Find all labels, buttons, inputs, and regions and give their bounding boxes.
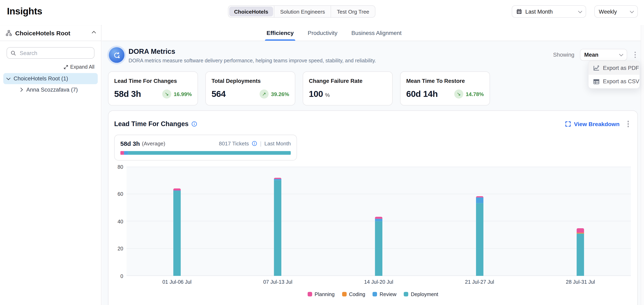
legend-label: Deployment bbox=[411, 291, 438, 297]
tree-item-label: Anna Scozzafava (7) bbox=[26, 87, 78, 93]
trend-percentage: 14.78% bbox=[466, 91, 484, 97]
trend-badge-down: ↘14.78% bbox=[454, 89, 484, 98]
org-tree-icon bbox=[6, 30, 12, 36]
tree-item-anna-scozzafava-7[interactable]: Anna Scozzafava (7) bbox=[0, 84, 101, 95]
chevron-right-icon[interactable] bbox=[19, 88, 23, 92]
x-tick-label: 01 Jul-06 Jul bbox=[126, 279, 228, 285]
legend-label: Planning bbox=[315, 291, 334, 297]
metric-title: Lead Time For Changes bbox=[114, 78, 192, 84]
y-axis: 020406080 bbox=[114, 167, 126, 276]
sidebar: ChoiceHotels Root Expand All ChoiceHotel… bbox=[0, 25, 101, 305]
trend-percentage: 16.99% bbox=[174, 91, 192, 97]
tree-item-choicehotels-root-1[interactable]: ChoiceHotels Root (1) bbox=[3, 73, 98, 84]
aggregation-select[interactable]: Mean bbox=[580, 49, 627, 61]
date-range-value: Last Month bbox=[525, 8, 553, 14]
x-tick-label: 07 Jul-13 Jul bbox=[227, 279, 328, 285]
org-tree: ChoiceHotels Root (1)Anna Scozzafava (7) bbox=[0, 73, 101, 95]
org-tab-test-org-tree[interactable]: Test Org Tree bbox=[332, 6, 374, 16]
legend-label: Coding bbox=[349, 291, 365, 297]
tab-efficiency[interactable]: Efficiency bbox=[264, 25, 296, 41]
granularity-select[interactable]: Weekly bbox=[594, 5, 638, 18]
view-breakdown-link[interactable]: View Breakdown bbox=[566, 121, 620, 127]
legend-swatch-deployment bbox=[404, 292, 408, 296]
expand-all-link[interactable]: Expand All bbox=[64, 64, 94, 70]
progress-segment-deployment bbox=[128, 151, 291, 155]
org-tab-solution-engineers[interactable]: Solution Engineers bbox=[275, 6, 330, 16]
legend-label: Review bbox=[380, 291, 396, 297]
x-tick-label: 21 Jul-27 Jul bbox=[429, 279, 530, 285]
metric-value: 100 bbox=[309, 89, 323, 99]
divider: | bbox=[260, 140, 262, 146]
app-window: Insights ChoiceHotelsSolution EngineersT… bbox=[0, 0, 644, 305]
x-axis-labels: 01 Jul-06 Jul07 Jul-13 Jul14 Jul-20 Jul2… bbox=[126, 279, 631, 285]
stacked-bar bbox=[577, 228, 584, 276]
metric-card-total-deployments: Total Deployments564↗39.26% bbox=[206, 71, 296, 106]
org-tab-choicehotels[interactable]: ChoiceHotels bbox=[229, 6, 273, 16]
sidebar-header[interactable]: ChoiceHotels Root bbox=[0, 25, 101, 41]
bar-group-1 bbox=[126, 167, 228, 276]
trend-arrow-up-icon: ↗ bbox=[260, 89, 268, 98]
calendar-icon bbox=[516, 8, 522, 14]
bar-segment-deployment bbox=[375, 221, 382, 276]
bar-segment-planning bbox=[173, 189, 180, 191]
expand-corners-icon bbox=[566, 121, 571, 127]
legend-item-planning[interactable]: Planning bbox=[308, 291, 334, 297]
chart-kebab-menu-button[interactable] bbox=[625, 119, 631, 129]
chevron-down-icon bbox=[619, 52, 623, 56]
dora-header: DORA Metrics DORA metrics measure softwa… bbox=[109, 46, 638, 63]
y-tick-label: 40 bbox=[118, 219, 123, 224]
lead-time-card: Lead Time For Changes View Breakdown bbox=[108, 110, 638, 305]
dora-subtitle: DORA metrics measure software delivery p… bbox=[128, 58, 376, 63]
legend-item-review[interactable]: Review bbox=[372, 291, 396, 297]
tab-business-alignment[interactable]: Business Alignment bbox=[349, 25, 404, 41]
info-icon[interactable] bbox=[252, 141, 257, 146]
metric-card-change-failure-rate: Change Failure Rate100% bbox=[303, 71, 393, 106]
bar-segment-deployment bbox=[173, 191, 180, 276]
progress-segment-review bbox=[124, 151, 128, 155]
table-icon bbox=[593, 78, 600, 85]
menu-item-export-as-pdf[interactable]: Export as PDF bbox=[588, 61, 640, 75]
menu-item-export-as-csv[interactable]: Export as CSV bbox=[588, 75, 640, 88]
lead-time-chart: 020406080 bbox=[114, 167, 631, 276]
legend-item-deployment[interactable]: Deployment bbox=[404, 291, 438, 297]
y-tick-label: 60 bbox=[118, 191, 123, 197]
bars-layer bbox=[126, 167, 631, 276]
metric-title: Mean Time To Restore bbox=[406, 78, 484, 84]
plot-area bbox=[126, 167, 631, 276]
summary-box: 58d 3h (Average) 8017 Tickets | Last Mon… bbox=[114, 134, 297, 160]
scrollbar-track[interactable] bbox=[641, 25, 644, 305]
search-input[interactable] bbox=[19, 49, 90, 56]
tree-item-label: ChoiceHotels Root (1) bbox=[14, 75, 68, 82]
trend-percentage: 39.26% bbox=[271, 91, 289, 97]
bar-segment-review bbox=[476, 198, 483, 203]
summary-qualifier: (Average) bbox=[142, 140, 165, 146]
chart-legend: PlanningCodingReviewDeployment bbox=[108, 291, 638, 297]
tab-productivity[interactable]: Productivity bbox=[305, 25, 340, 41]
metric-title: Change Failure Rate bbox=[309, 78, 386, 84]
chevron-down-icon[interactable] bbox=[6, 76, 10, 80]
chevron-up-icon[interactable] bbox=[92, 31, 96, 35]
legend-item-coding[interactable]: Coding bbox=[342, 291, 365, 297]
info-icon[interactable] bbox=[191, 121, 197, 127]
stacked-bar bbox=[476, 196, 483, 276]
stacked-bar bbox=[274, 178, 281, 276]
top-bar: Insights ChoiceHotelsSolution EngineersT… bbox=[0, 0, 644, 25]
metric-card-lead-time-for-changes: Lead Time For Changes58d 3h↘16.99% bbox=[108, 71, 198, 106]
bar-segment-deployment bbox=[476, 203, 483, 276]
dora-kebab-menu-button[interactable] bbox=[632, 50, 638, 60]
dora-title: DORA Metrics bbox=[128, 46, 376, 56]
search-icon bbox=[11, 50, 16, 56]
stacked-bar bbox=[173, 189, 180, 276]
showing-label: Showing bbox=[553, 52, 574, 58]
bar-group-2 bbox=[227, 167, 328, 276]
segment-divider bbox=[274, 6, 274, 17]
aggregation-value: Mean bbox=[584, 52, 598, 58]
trend-badge-up: ↗39.26% bbox=[260, 89, 289, 98]
metric-card-mean-time-to-restore: Mean Time To Restore60d 14h↘14.78% bbox=[400, 71, 490, 106]
date-range-select[interactable]: Last Month bbox=[512, 5, 586, 18]
expand-all-label: Expand All bbox=[70, 64, 94, 70]
dora-cycle-icon bbox=[109, 47, 124, 63]
bar-segment-review bbox=[375, 219, 382, 221]
bar-segment-deployment bbox=[577, 234, 584, 276]
x-tick-label: 28 Jul-31 Jul bbox=[530, 279, 631, 285]
